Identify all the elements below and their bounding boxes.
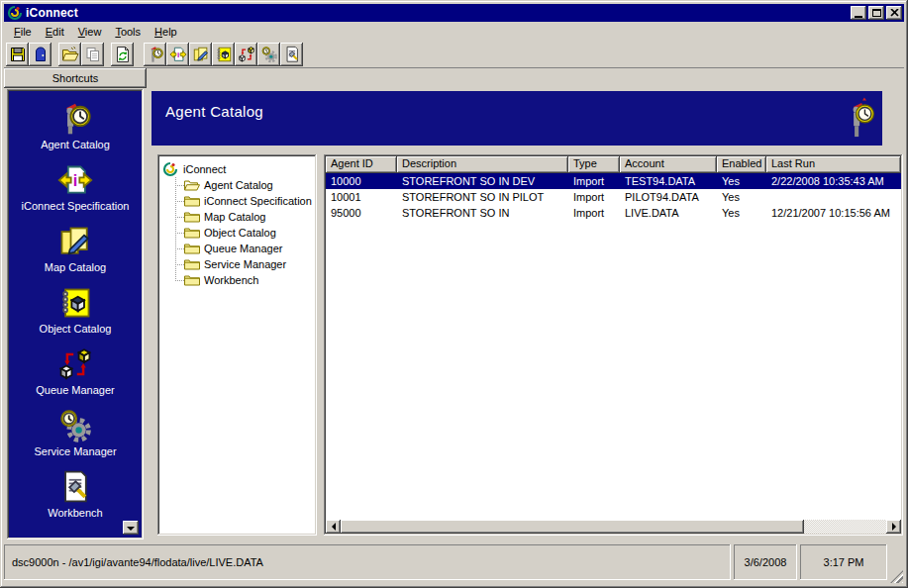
agent-catalog-icon — [57, 99, 93, 137]
shortcuts-sidebar: Shortcuts Agent Catalog i iConnect Speci… — [4, 68, 147, 540]
sidebar-item-map-catalog[interactable]: Map Catalog — [11, 222, 140, 283]
window-title: iConnect — [26, 6, 851, 20]
table-row[interactable]: 95000 STOREFRONT SO IN Import LIVE.DATA … — [326, 205, 901, 221]
page-banner: Agent Catalog — [151, 91, 882, 146]
column-header-agent-id[interactable]: Agent ID — [326, 156, 397, 173]
column-header-last-run[interactable]: Last Run — [766, 156, 901, 173]
refresh-button[interactable] — [111, 43, 134, 66]
open-folder-icon — [61, 46, 79, 63]
scrollbar-thumb[interactable] — [341, 520, 804, 534]
sidebar-item-service-manager[interactable]: Service Manager — [11, 406, 140, 467]
tree-item-service-manager[interactable]: Service Manager — [162, 256, 314, 272]
table-row[interactable]: 10000 STOREFRONT SO IN DEV Import TEST94… — [326, 173, 901, 189]
tree-item-label: Agent Catalog — [204, 179, 273, 191]
exit-button[interactable] — [29, 43, 51, 66]
cell-description: STOREFRONT SO IN — [397, 207, 568, 219]
tree-item-label: Map Catalog — [204, 211, 265, 223]
folder-icon — [184, 274, 200, 287]
cell-last-run: 2/22/2008 10:35:43 AM — [766, 175, 901, 187]
cell-type: Import — [568, 191, 620, 203]
object-catalog-toolbar-button[interactable] — [212, 43, 235, 66]
folder-icon — [184, 195, 200, 208]
sidebar-item-queue-manager[interactable]: Queue Manager — [11, 344, 140, 406]
cell-type: Import — [568, 207, 620, 219]
queue-manager-toolbar-button[interactable] — [235, 43, 257, 66]
column-header-type[interactable]: Type — [568, 156, 620, 173]
agent-catalog-icon — [147, 46, 164, 63]
copy-button[interactable] — [81, 43, 104, 66]
workbench-icon — [283, 46, 301, 63]
sidebar-scroll-down-button[interactable] — [123, 521, 139, 535]
minimize-button[interactable] — [851, 6, 866, 20]
open-button[interactable] — [58, 43, 81, 66]
horizontal-scrollbar[interactable] — [326, 520, 901, 534]
tree-root-label: iConnect — [183, 163, 226, 175]
status-time: 3:17 PM — [800, 544, 887, 580]
tree-item-agent-catalog[interactable]: Agent Catalog — [162, 177, 314, 193]
tree-item-object-catalog[interactable]: Object Catalog — [162, 225, 314, 241]
agent-catalog-toolbar-button[interactable] — [144, 43, 166, 66]
workbench-toolbar-button[interactable] — [280, 43, 303, 66]
cell-agent-id: 95000 — [326, 207, 397, 219]
scroll-right-button[interactable] — [886, 520, 901, 534]
column-header-account[interactable]: Account — [620, 156, 717, 173]
queue-manager-icon — [57, 344, 93, 382]
scrollbar-track[interactable] — [804, 520, 886, 534]
table-row[interactable]: 10001 STOREFRONT SO IN PILOT Import PILO… — [326, 189, 901, 205]
app-window: iConnect File Edit View Tools Help — [0, 0, 908, 588]
sidebar-item-label: Queue Manager — [36, 384, 115, 396]
exit-door-icon — [32, 46, 50, 63]
column-header-enabled[interactable]: Enabled — [717, 156, 766, 173]
list-header: Agent ID Description Type Account Enable… — [326, 156, 901, 173]
sidebar-item-workbench[interactable]: Workbench — [11, 467, 140, 529]
toolbar: i — [4, 41, 904, 68]
menu-file[interactable]: File — [7, 24, 39, 40]
sidebar-item-label: Service Manager — [34, 445, 116, 457]
scroll-left-button[interactable] — [326, 520, 341, 534]
iconnect-specification-icon: i — [57, 160, 93, 198]
iconnect-specification-icon: i — [169, 46, 187, 63]
sidebar-item-label: Map Catalog — [45, 261, 106, 273]
tree-item-label: Service Manager — [204, 258, 286, 270]
agent-catalog-banner-icon — [845, 95, 874, 143]
folder-icon — [184, 258, 200, 271]
resize-grip[interactable] — [890, 570, 903, 583]
sidebar-item-object-catalog[interactable]: Object Catalog — [11, 283, 140, 344]
maximize-button[interactable] — [868, 6, 884, 20]
cell-enabled: Yes — [717, 175, 766, 187]
close-button[interactable] — [886, 6, 902, 20]
iconnect-specification-toolbar-button[interactable]: i — [166, 43, 189, 66]
shortcuts-header-button[interactable]: Shortcuts — [4, 68, 147, 88]
sidebar-item-iconnect-specification[interactable]: i iConnect Specification — [11, 160, 140, 222]
tree-item-map-catalog[interactable]: Map Catalog — [162, 209, 314, 225]
menu-help[interactable]: Help — [148, 24, 184, 40]
chevron-right-icon — [892, 523, 896, 531]
tree-item-label: Queue Manager — [204, 243, 283, 254]
title-bar: iConnect — [4, 4, 904, 22]
save-icon — [9, 46, 27, 63]
workbench-icon — [57, 467, 93, 505]
cell-account: TEST94.DATA — [620, 175, 717, 187]
chevron-down-icon — [127, 527, 135, 531]
tree-item-queue-manager[interactable]: Queue Manager — [162, 241, 314, 256]
sidebar-item-label: Workbench — [48, 507, 102, 519]
sidebar-item-agent-catalog[interactable]: Agent Catalog — [11, 99, 140, 160]
tree-item-label: Workbench — [204, 274, 258, 286]
menu-bar: File Edit View Tools Help — [4, 22, 904, 41]
tree-root-iconnect[interactable]: iConnect — [162, 160, 314, 177]
cell-account: LIVE.DATA — [620, 207, 717, 219]
sidebar-item-label: iConnect Specification — [22, 200, 130, 212]
page-title: Agent Catalog — [165, 103, 263, 120]
tree-item-iconnect-specification[interactable]: iConnect Specification — [162, 193, 314, 209]
save-button[interactable] — [6, 43, 29, 66]
sidebar-item-label: Agent Catalog — [41, 139, 110, 150]
menu-tools[interactable]: Tools — [108, 24, 148, 40]
tree-item-workbench[interactable]: Workbench — [162, 272, 314, 288]
service-manager-toolbar-button[interactable] — [257, 43, 280, 66]
map-catalog-toolbar-button[interactable] — [189, 43, 212, 66]
map-catalog-icon — [192, 46, 210, 63]
cell-last-run: 12/21/2007 10:15:56 AM — [766, 207, 901, 219]
menu-edit[interactable]: Edit — [39, 24, 71, 40]
menu-view[interactable]: View — [71, 24, 109, 40]
column-header-description[interactable]: Description — [397, 156, 568, 173]
